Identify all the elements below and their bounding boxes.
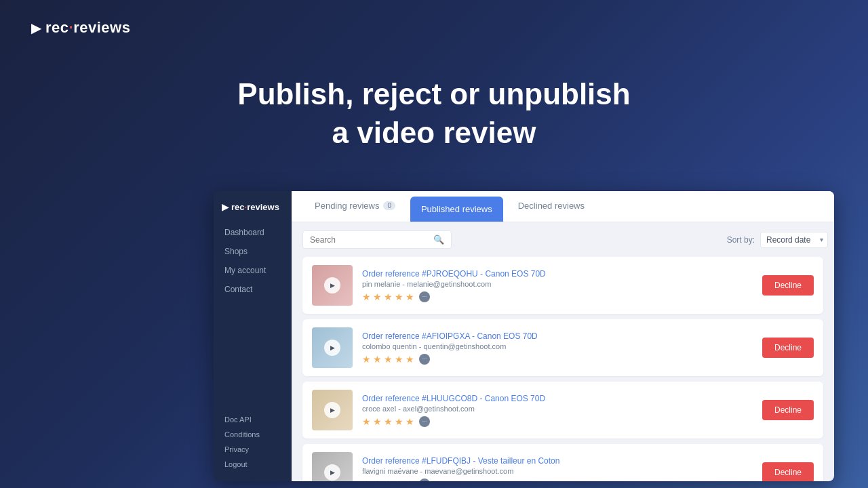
star-2: ★	[373, 291, 382, 302]
sidebar-item-doc-api[interactable]: Doc API	[222, 413, 283, 426]
star-5: ★	[406, 416, 414, 427]
star-1: ★	[362, 354, 371, 365]
review-stars: ★ ★ ★ ★ ★ ···	[362, 479, 753, 482]
tab-published-reviews[interactable]: Published reviews	[410, 197, 503, 222]
top-logo: ▶ rec·reviews	[31, 19, 130, 37]
star-3: ★	[384, 416, 393, 427]
star-4: ★	[395, 354, 403, 365]
sidebar-item-dashboard[interactable]: Dashboard	[222, 224, 283, 241]
review-stars: ★ ★ ★ ★ ★ ···	[362, 291, 753, 302]
decline-button[interactable]: Decline	[762, 275, 814, 296]
tab-pending-badge: 0	[383, 201, 395, 210]
star-5: ★	[406, 291, 414, 302]
review-item: ▶ Order reference #AFIOIPGXA - Canon EOS…	[302, 319, 823, 376]
star-4: ★	[395, 479, 403, 482]
hero-line-2: a video review	[0, 113, 868, 152]
sidebar-nav: Dashboard Shops My account Contact	[222, 224, 283, 413]
play-button-icon[interactable]: ▶	[324, 402, 340, 418]
sidebar-item-contact[interactable]: Contact	[222, 281, 283, 298]
sidebar-footer: Doc API Conditions Privacy Logout	[222, 413, 283, 470]
sidebar-item-shops[interactable]: Shops	[222, 243, 283, 260]
tab-declined-reviews[interactable]: Declined reviews	[506, 191, 597, 222]
logo-play-icon: ▶	[31, 20, 41, 36]
play-button-icon[interactable]: ▶	[324, 277, 340, 293]
content-area: Pending reviews 0 Published reviews Decl…	[292, 191, 834, 481]
sort-label: Sort by:	[727, 235, 755, 245]
star-2: ★	[373, 416, 382, 427]
tab-pending-reviews[interactable]: Pending reviews 0	[302, 191, 408, 222]
star-3: ★	[384, 291, 393, 302]
review-list: ▶ Order reference #PJROEQOHU - Canon EOS…	[292, 257, 834, 481]
review-title: Order reference #PJROEQOHU - Canon EOS 7…	[362, 269, 753, 279]
sidebar-play-icon: ▶	[222, 202, 229, 212]
star-5: ★	[406, 479, 414, 482]
review-info-dot[interactable]: ···	[419, 354, 430, 365]
review-item: ▶ Order reference #LFUDFQIBJ - Veste tai…	[302, 444, 823, 481]
review-thumbnail[interactable]: ▶	[312, 452, 353, 481]
tabs-bar: Pending reviews 0 Published reviews Decl…	[292, 191, 834, 222]
star-2: ★	[373, 479, 382, 482]
hero-heading: Publish, reject or unpublish a video rev…	[0, 75, 868, 152]
sidebar-logo-text: rec·reviews	[231, 202, 279, 212]
review-author: pin melanie - melanie@getinshoot.com	[362, 280, 753, 288]
star-4: ★	[395, 416, 403, 427]
star-5: ★	[406, 354, 414, 365]
review-author: flavigni maëvane - maevane@getinshoot.co…	[362, 467, 753, 475]
decline-button[interactable]: Decline	[762, 338, 814, 358]
tab-published-label: Published reviews	[421, 204, 492, 214]
decline-button[interactable]: Decline	[762, 462, 814, 481]
review-info-dot[interactable]: ···	[419, 416, 430, 427]
search-icon: 🔍	[433, 235, 444, 245]
tab-pending-label: Pending reviews	[315, 201, 379, 211]
logo-text: rec·reviews	[45, 19, 130, 37]
star-1: ★	[362, 416, 371, 427]
review-info: Order reference #LHUUGCO8D - Canon EOS 7…	[362, 394, 753, 427]
toolbar: 🔍 Sort by: Record date Rating Author ▾	[292, 222, 834, 257]
sidebar: ▶ rec·reviews Dashboard Shops My account…	[214, 191, 292, 481]
sidebar-item-logout[interactable]: Logout	[222, 458, 283, 470]
tab-declined-label: Declined reviews	[518, 201, 585, 211]
review-author: colombo quentin - quentin@getinshoot.com	[362, 342, 753, 350]
review-title: Order reference #LFUDFQIBJ - Veste taill…	[362, 456, 753, 466]
review-info: Order reference #LFUDFQIBJ - Veste taill…	[362, 456, 753, 482]
sort-select[interactable]: Record date Rating Author	[760, 232, 828, 248]
star-4: ★	[395, 291, 403, 302]
review-stars: ★ ★ ★ ★ ★ ···	[362, 354, 753, 365]
logo-dot: ·	[69, 19, 74, 36]
review-title: Order reference #LHUUGCO8D - Canon EOS 7…	[362, 394, 753, 403]
sidebar-item-my-account[interactable]: My account	[222, 262, 283, 279]
review-info: Order reference #PJROEQOHU - Canon EOS 7…	[362, 269, 753, 302]
review-info-dot[interactable]: ···	[419, 291, 430, 302]
review-info-dot[interactable]: ···	[419, 479, 430, 482]
hero-line-1: Publish, reject or unpublish	[0, 75, 868, 113]
sidebar-item-conditions[interactable]: Conditions	[222, 428, 283, 441]
star-3: ★	[384, 354, 393, 365]
sidebar-item-privacy[interactable]: Privacy	[222, 443, 283, 455]
play-button-icon[interactable]: ▶	[324, 464, 340, 481]
sidebar-logo: ▶ rec·reviews	[222, 202, 283, 212]
review-info: Order reference #AFIOIPGXA - Canon EOS 7…	[362, 331, 753, 365]
review-item: ▶ Order reference #LHUUGCO8D - Canon EOS…	[302, 382, 823, 439]
search-input[interactable]	[310, 235, 429, 245]
star-1: ★	[362, 479, 371, 482]
star-2: ★	[373, 354, 382, 365]
search-box: 🔍	[302, 230, 452, 249]
star-3: ★	[384, 479, 393, 482]
review-item: ▶ Order reference #PJROEQOHU - Canon EOS…	[302, 257, 823, 314]
review-author: croce axel - axel@getinshoot.com	[362, 405, 753, 413]
review-thumbnail[interactable]: ▶	[312, 390, 353, 430]
star-1: ★	[362, 291, 371, 302]
review-thumbnail[interactable]: ▶	[312, 265, 353, 306]
review-thumbnail[interactable]: ▶	[312, 327, 353, 368]
review-stars: ★ ★ ★ ★ ★ ···	[362, 416, 753, 427]
review-title: Order reference #AFIOIPGXA - Canon EOS 7…	[362, 331, 753, 341]
sort-area: Sort by: Record date Rating Author ▾	[727, 232, 823, 248]
main-panel: ▶ rec·reviews Dashboard Shops My account…	[214, 191, 834, 481]
decline-button[interactable]: Decline	[762, 400, 814, 420]
play-button-icon[interactable]: ▶	[324, 340, 340, 356]
